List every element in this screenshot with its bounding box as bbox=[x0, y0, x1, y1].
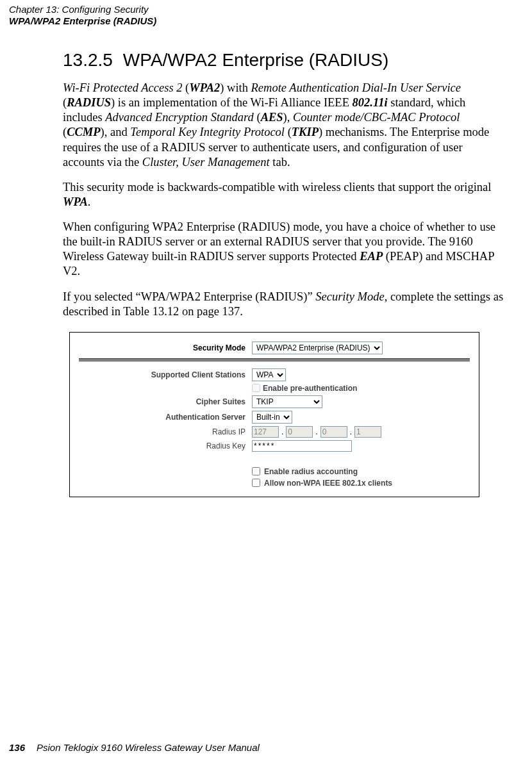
page-number: 136 bbox=[9, 742, 25, 753]
accounting-label: Enable radius accounting bbox=[264, 467, 358, 476]
security-mode-label: Security Mode bbox=[79, 343, 252, 352]
header-chapter: Chapter 13: Configuring Security bbox=[9, 4, 156, 15]
text: ), and bbox=[101, 126, 131, 138]
row-auth-server: Authentication Server Built-in bbox=[79, 411, 470, 424]
row-cipher: Cipher Suites TKIP bbox=[79, 395, 470, 408]
supported-clients-select[interactable]: WPA bbox=[252, 368, 286, 381]
text: This security mode is backwards-compatib… bbox=[63, 181, 491, 194]
cipher-select[interactable]: TKIP bbox=[252, 395, 322, 408]
row-security-mode: Security Mode WPA/WPA2 Enterprise (RADIU… bbox=[79, 342, 470, 354]
row-radius-ip: Radius IP . . . bbox=[79, 426, 470, 438]
supported-clients-label: Supported Client Stations bbox=[79, 370, 252, 379]
text: ) is an implementation of the Wi-Fi Alli… bbox=[111, 96, 353, 109]
paragraph-2: This security mode is backwards-compatib… bbox=[63, 180, 505, 210]
bottom-checkboxes: Enable radius accounting Allow non-WPA I… bbox=[79, 467, 470, 488]
text: CCMP bbox=[67, 126, 100, 138]
text: Wi-Fi Protected Access 2 bbox=[63, 81, 182, 94]
section-heading: 13.2.5WPA/WPA2 Enterprise (RADIUS) bbox=[63, 50, 505, 70]
footer: 136Psion Teklogix 9160 Wireless Gateway … bbox=[9, 742, 260, 753]
text: Advanced Encryption Standard bbox=[105, 111, 254, 124]
paragraph-3: When configuring WPA2 Enterprise (RADIUS… bbox=[63, 220, 505, 279]
text: ( bbox=[182, 81, 189, 94]
accounting-checkbox[interactable] bbox=[252, 467, 260, 475]
security-mode-select[interactable]: WPA/WPA2 Enterprise (RADIUS) bbox=[252, 342, 383, 354]
text: EAP bbox=[360, 250, 383, 263]
dot: . bbox=[315, 427, 317, 436]
text: tab. bbox=[270, 156, 290, 169]
auth-server-label: Authentication Server bbox=[79, 413, 252, 422]
text: Cluster, User Management bbox=[142, 156, 270, 169]
preauth-label: Enable pre-authentication bbox=[263, 384, 357, 393]
main-content: 13.2.5WPA/WPA2 Enterprise (RADIUS) Wi-Fi… bbox=[63, 50, 505, 497]
row-preauth: Enable pre-authentication bbox=[79, 384, 470, 393]
radius-ip-1[interactable] bbox=[252, 426, 279, 438]
text: Temporal Key Integrity Protocol bbox=[130, 126, 285, 138]
row-accounting: Enable radius accounting bbox=[252, 467, 470, 476]
text: . bbox=[88, 195, 91, 208]
text: ( bbox=[285, 126, 292, 138]
radius-ip-4[interactable] bbox=[354, 426, 381, 438]
text: ), bbox=[283, 111, 293, 124]
text: AES bbox=[261, 111, 283, 124]
running-header: Chapter 13: Configuring Security WPA/WPA… bbox=[9, 4, 156, 27]
text: WPA bbox=[63, 195, 88, 208]
dot: . bbox=[281, 427, 283, 436]
text: TKIP bbox=[292, 126, 319, 138]
header-section: WPA/WPA2 Enterprise (RADIUS) bbox=[9, 15, 156, 27]
settings-figure: Security Mode WPA/WPA2 Enterprise (RADIU… bbox=[69, 332, 479, 497]
section-title: WPA/WPA2 Enterprise (RADIUS) bbox=[123, 50, 388, 70]
text: Counter mode/CBC-MAC Protocol bbox=[293, 111, 460, 124]
preauth-checkbox[interactable] bbox=[252, 384, 260, 392]
text: 802.11i bbox=[353, 96, 388, 109]
row-supported-clients: Supported Client Stations WPA bbox=[79, 368, 470, 381]
auth-server-select[interactable]: Built-in bbox=[252, 411, 292, 424]
text: Security Mode bbox=[315, 290, 384, 303]
text: If you selected “WPA/WPA2 Enterprise (RA… bbox=[63, 290, 315, 303]
footer-text: Psion Teklogix 9160 Wireless Gateway Use… bbox=[37, 742, 260, 753]
row-radius-key: Radius Key bbox=[79, 440, 470, 452]
cipher-label: Cipher Suites bbox=[79, 397, 252, 406]
paragraph-1: Wi-Fi Protected Access 2 (WPA2) with Rem… bbox=[63, 81, 505, 170]
nonwpa-checkbox[interactable] bbox=[252, 479, 260, 487]
text: WPA2 bbox=[189, 81, 220, 94]
paragraph-4: If you selected “WPA/WPA2 Enterprise (RA… bbox=[63, 290, 505, 319]
radius-ip-2[interactable] bbox=[286, 426, 313, 438]
text: ) with bbox=[220, 81, 251, 94]
radius-ip-3[interactable] bbox=[320, 426, 347, 438]
radius-ip-label: Radius IP bbox=[79, 427, 252, 436]
radius-key-input[interactable] bbox=[252, 440, 352, 452]
separator bbox=[79, 358, 470, 362]
section-number: 13.2.5 bbox=[63, 50, 113, 70]
radius-key-label: Radius Key bbox=[79, 441, 252, 450]
dot: . bbox=[350, 427, 352, 436]
nonwpa-label: Allow non-WPA IEEE 802.1x clients bbox=[264, 479, 392, 488]
text: RADIUS bbox=[67, 96, 111, 109]
text: Remote Authentication Dial-In User Servi… bbox=[251, 81, 461, 94]
text: ( bbox=[254, 111, 261, 124]
row-nonwpa: Allow non-WPA IEEE 802.1x clients bbox=[252, 479, 470, 488]
